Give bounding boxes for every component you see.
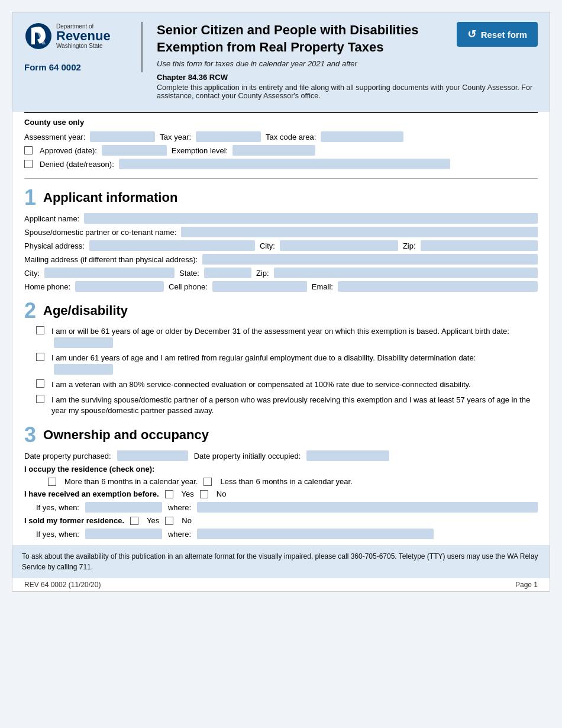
denied-checkbox[interactable] bbox=[24, 160, 33, 168]
logo-text-block: Department of Revenue Washington State bbox=[56, 23, 111, 49]
email-input[interactable] bbox=[338, 281, 538, 292]
city-state-zip-row: City: State: Zip: bbox=[24, 268, 538, 278]
city-input[interactable] bbox=[280, 240, 398, 251]
physical-address-label: Physical address: bbox=[24, 241, 85, 250]
applicant-name-label: Applicant name: bbox=[24, 214, 79, 223]
more-than-6-label: More than 6 months in a calendar year. bbox=[64, 477, 198, 486]
if-yes-when-2-input[interactable] bbox=[85, 529, 162, 539]
exemption-yes-label: Yes bbox=[182, 489, 194, 498]
approved-date-input[interactable] bbox=[102, 145, 167, 156]
county-section: County use only Assessment year: Tax yea… bbox=[24, 112, 538, 179]
cell-phone-input[interactable] bbox=[212, 281, 307, 292]
spouse-name-row: Spouse/domestic partner or co-tenant nam… bbox=[24, 227, 538, 237]
main-title: ↺ Reset form Senior Citizen and People w… bbox=[157, 22, 538, 59]
applicant-name-row: Applicant name: bbox=[24, 213, 538, 224]
tax-year-input[interactable] bbox=[196, 131, 261, 142]
less-than-6-checkbox[interactable] bbox=[204, 478, 212, 486]
section2-title: Age/disability bbox=[43, 303, 128, 318]
county-row-3: Denied (date/reason): bbox=[24, 159, 538, 169]
where-input[interactable] bbox=[197, 502, 538, 513]
spouse-name-input[interactable] bbox=[181, 227, 538, 237]
footer-note-text: To ask about the availability of this pu… bbox=[22, 552, 538, 571]
age-check-4-text: I am the surviving spouse/domestic partn… bbox=[51, 395, 538, 416]
occupy-label: I occupy the residence (check one): bbox=[24, 465, 154, 473]
date-occupied-label: Date property initially occupied: bbox=[194, 452, 301, 460]
page-number: Page 1 bbox=[515, 581, 538, 589]
reset-icon: ↺ bbox=[467, 28, 476, 41]
state-input[interactable] bbox=[204, 268, 251, 278]
occupy-check-row: More than 6 months in a calendar year. L… bbox=[24, 477, 538, 486]
more-than-6-checkbox[interactable] bbox=[48, 478, 56, 486]
zip-label: Zip: bbox=[403, 241, 416, 250]
header-left: Department of Revenue Washington State F… bbox=[24, 22, 143, 72]
header-right: ↺ Reset form Senior Citizen and People w… bbox=[143, 22, 538, 106]
where-2-label: where: bbox=[168, 530, 191, 539]
less-than-6-label: Less than 6 months in a calendar year. bbox=[220, 477, 352, 486]
approved-label: Approved (date): bbox=[40, 146, 97, 155]
approved-checkbox[interactable] bbox=[24, 146, 33, 154]
age-check-3: I am a veteran with an 80% service-conne… bbox=[24, 379, 538, 390]
zip-input[interactable] bbox=[421, 240, 538, 251]
denied-label: Denied (date/reason): bbox=[40, 160, 114, 169]
phone-email-row: Home phone: Cell phone: Email: bbox=[24, 281, 538, 292]
denied-input[interactable] bbox=[119, 159, 450, 169]
age-check-2-text: I am under 61 years of age and I am reti… bbox=[51, 353, 538, 375]
age-check-2: I am under 61 years of age and I am reti… bbox=[24, 353, 538, 375]
tax-code-area-input[interactable] bbox=[321, 131, 403, 142]
main-content: County use only Assessment year: Tax yea… bbox=[12, 112, 550, 539]
section1-number: 1 bbox=[24, 187, 36, 208]
section2-header: 2 Age/disability bbox=[24, 300, 538, 321]
exemption-level-input[interactable] bbox=[232, 145, 315, 156]
assessment-year-label: Assessment year: bbox=[24, 133, 85, 141]
city2-input[interactable] bbox=[44, 268, 175, 278]
age-check-3-text: I am a veteran with an 80% service-conne… bbox=[51, 379, 538, 390]
age-check-4: I am the surviving spouse/domestic partn… bbox=[24, 395, 538, 416]
if-yes-when-input[interactable] bbox=[85, 502, 162, 513]
section1-header: 1 Applicant information bbox=[24, 187, 538, 208]
where-label: where: bbox=[168, 503, 191, 512]
sold-yes-checkbox[interactable] bbox=[130, 517, 138, 525]
spouse-label: Spouse/domestic partner or co-tenant nam… bbox=[24, 228, 176, 237]
sold-residence-row: I sold my former residence. Yes No bbox=[24, 516, 538, 525]
exemption-no-checkbox[interactable] bbox=[200, 490, 208, 498]
age-check-1-box[interactable] bbox=[36, 326, 44, 334]
chapter-heading: Chapter 84.36 RCW bbox=[157, 73, 538, 82]
where-2-input[interactable] bbox=[197, 529, 434, 539]
tax-code-area-label: Tax code area: bbox=[266, 133, 316, 141]
sold-residence-label: I sold my former residence. bbox=[24, 516, 124, 525]
rev-code: REV 64 0002 (11/20/20) bbox=[24, 581, 101, 589]
date-occupied-input[interactable] bbox=[306, 450, 389, 461]
age-check-2-box[interactable] bbox=[36, 353, 44, 361]
footer-note: To ask about the availability of this pu… bbox=[12, 545, 550, 578]
section3-number: 3 bbox=[24, 424, 36, 446]
birth-date-input[interactable] bbox=[54, 337, 113, 348]
logo-area: Department of Revenue Washington State bbox=[24, 22, 111, 50]
if-yes-when-row: If yes, when: where: bbox=[24, 502, 538, 513]
home-phone-label: Home phone: bbox=[24, 282, 70, 291]
subtitle: Use this form for taxes due in calendar … bbox=[157, 59, 538, 68]
property-dates-row: Date property purchased: Date property i… bbox=[24, 450, 538, 461]
exemption-yes-checkbox[interactable] bbox=[165, 490, 173, 498]
tax-year-label: Tax year: bbox=[160, 133, 191, 141]
age-check-3-box[interactable] bbox=[36, 379, 44, 388]
sold-no-checkbox[interactable] bbox=[165, 517, 173, 525]
home-phone-input[interactable] bbox=[75, 281, 164, 292]
city-label: City: bbox=[260, 241, 275, 250]
mailing-address-row: Mailing address (if different than physi… bbox=[24, 254, 538, 265]
zip2-input[interactable] bbox=[274, 268, 538, 278]
assessment-year-input[interactable] bbox=[90, 131, 155, 142]
reset-button[interactable]: ↺ Reset form bbox=[457, 22, 538, 47]
age-check-4-box[interactable] bbox=[36, 395, 44, 403]
date-purchased-input[interactable] bbox=[117, 450, 188, 461]
sold-no-label: No bbox=[182, 516, 192, 525]
physical-address-input[interactable] bbox=[89, 240, 255, 251]
state-label: Washington State bbox=[56, 43, 111, 49]
section2-number: 2 bbox=[24, 300, 36, 321]
county-row-2: Approved (date): Exemption level: bbox=[24, 145, 538, 156]
mailing-address-input[interactable] bbox=[202, 254, 538, 265]
revenue-label: Revenue bbox=[56, 30, 111, 43]
applicant-name-input[interactable] bbox=[84, 213, 538, 224]
age-check-1: I am or will be 61 years of age or older… bbox=[24, 326, 538, 348]
section3-title: Ownership and occupancy bbox=[43, 427, 209, 443]
disability-date-input[interactable] bbox=[54, 364, 113, 375]
